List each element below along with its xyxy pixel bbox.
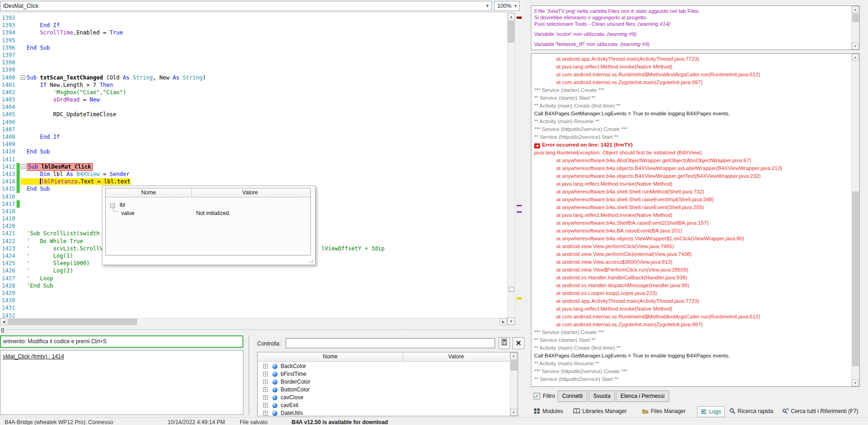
error-marker[interactable]: [517, 17, 522, 19]
log-line[interactable]: at anywheresoftware.b4a.objects.B4XViewW…: [531, 172, 859, 180]
log-line[interactable]: at java.lang.reflect.Method.invoke(Nativ…: [531, 63, 859, 71]
caret-position-marker[interactable]: [517, 297, 522, 300]
log-output-box[interactable]: at android.app.ActivityThread.main(Activ…: [531, 53, 860, 387]
log-line[interactable]: at com.android.internal.os.RuntimeInit$M…: [531, 313, 859, 321]
scrollbar-thumb[interactable]: [8, 319, 137, 325]
code-line[interactable]: 1411: [0, 156, 507, 163]
code-line[interactable]: 1413 Dim lbl As B4XView = Sender: [0, 170, 507, 178]
code-line[interactable]: 1394 ScrollTime.Enabled = True: [0, 29, 507, 36]
log-line[interactable]: at android.app.ActivityThread.main(Activ…: [531, 297, 859, 305]
scroll-up-icon[interactable]: ▲: [852, 54, 859, 61]
code-line[interactable]: 1395: [0, 37, 507, 44]
log-line[interactable]: at anywheresoftware.b4a.shell.Shell.runM…: [531, 188, 859, 196]
expand-icon[interactable]: +: [263, 380, 268, 384]
log-line[interactable]: ** Activity (main) Resume **: [531, 118, 859, 125]
log-line[interactable]: at com.android.internal.os.RuntimeInit$M…: [531, 71, 859, 79]
filter-checkbox[interactable]: ✓: [534, 393, 540, 399]
scrollbar-thumb[interactable]: [852, 14, 859, 22]
expand-icon[interactable]: +: [263, 411, 268, 415]
list-permissions-button[interactable]: Elenca i Permessi: [616, 391, 669, 402]
column-divider[interactable]: [403, 352, 403, 363]
code-line[interactable]: 1429: [0, 289, 507, 297]
code-line[interactable]: 1397: [0, 51, 507, 59]
log-line[interactable]: at java.lang.reflect.Method.invoke(Nativ…: [531, 211, 859, 219]
code-line[interactable]: 1409: [0, 141, 507, 148]
log-line[interactable]: at android.os.Looper.loop(Looper.java:22…: [531, 289, 859, 297]
log-line[interactable]: Call B4XPages.GetManager.LogEvents = Tru…: [531, 352, 859, 360]
log-line[interactable]: ** Activity (main) Create (first time) *…: [531, 102, 859, 110]
code-line[interactable]: 1392: [0, 14, 507, 22]
tab-files-manager[interactable]: Files Manager: [639, 406, 689, 417]
scroll-up-icon[interactable]: ▲: [852, 6, 859, 13]
log-line[interactable]: at android.view.View$PerformClick.run(Vi…: [531, 266, 859, 274]
code-line[interactable]: 1432: [0, 312, 507, 318]
log-line[interactable]: Call B4XPages.GetManager.LogEvents = Tru…: [531, 110, 859, 118]
zoom-dropdown[interactable]: 100% ▼: [494, 1, 520, 11]
scroll-right-icon[interactable]: ▶: [500, 318, 507, 325]
log-line[interactable]: at anywheresoftware.b4a.objects.B4XViewW…: [531, 164, 859, 172]
resize-grip-icon[interactable]: [310, 260, 313, 263]
tab-modules[interactable]: Modules: [531, 406, 566, 417]
expand-icon[interactable]: +: [263, 372, 268, 376]
tab-libraries-manager[interactable]: Libraries Manager: [570, 406, 630, 417]
code-line[interactable]: 1404: [0, 103, 507, 111]
log-line[interactable]: *** Service (starter) Create ***: [531, 86, 859, 94]
tab-cerca-tutti-i-riferimenti-f7[interactable]: Cerca tutti i Riferimenti (F7): [779, 406, 862, 417]
watch-variable-row[interactable]: +cavClose: [258, 394, 518, 402]
watch-variable-row[interactable]: +cavExit: [258, 402, 518, 409]
scrollbar-thumb[interactable]: [508, 21, 514, 42]
warnings-scrollbar[interactable]: ▲ ▼: [851, 6, 859, 50]
code-line[interactable]: 1403 sOrdRead = New: [0, 96, 507, 103]
fold-collapse-icon[interactable]: −: [21, 75, 25, 80]
log-line[interactable]: at anywheresoftware.b4a.BA.raiseEvent(BA…: [531, 227, 859, 235]
scrollbar-thumb[interactable]: [852, 192, 859, 366]
log-line[interactable]: at android.os.Handler.handleCallback(Han…: [531, 274, 859, 282]
editor-vertical-scrollbar[interactable]: ▲ ▼: [507, 12, 515, 325]
log-line[interactable]: java.lang.RuntimeException: Object shoul…: [531, 149, 859, 157]
member-dropdown[interactable]: lDesMat_Click ▼: [0, 1, 492, 11]
panel-splitter[interactable]: [248, 335, 249, 415]
log-line[interactable]: at android.app.ActivityThread.main(Activ…: [531, 55, 859, 63]
code-line[interactable]: 1428'End Sub: [0, 282, 507, 289]
scrollbar-thumb[interactable]: [511, 360, 517, 370]
popup-row-child[interactable]: value: [121, 209, 135, 217]
watch-variable-row[interactable]: +BorderColor: [258, 378, 518, 386]
scroll-down-icon[interactable]: ▼: [510, 409, 517, 416]
code-line[interactable]: 1410End Sub: [0, 148, 507, 155]
code-editor[interactable]: 13921393 End If1394 ScrollTime.Enabled =…: [0, 12, 507, 318]
code-line[interactable]: 1405 RDC_UpdateTimeClose: [0, 111, 507, 118]
code-line[interactable]: 1408 End If: [0, 133, 507, 141]
scroll-left-icon[interactable]: ◀: [0, 318, 7, 325]
log-line[interactable]: at anywheresoftware.b4a.shell.Shell.rais…: [531, 204, 859, 211]
code-line[interactable]: 1412−Sub lblDesMat_Click: [0, 163, 507, 170]
log-line[interactable]: ** Service (starter) Start **: [531, 94, 859, 102]
log-line[interactable]: at anywheresoftware.b4a.AbsObjectWrapper…: [531, 157, 859, 164]
bookmark-marker[interactable]: [517, 211, 522, 213]
log-line[interactable]: at android.view.View.performClick(View.j…: [531, 243, 859, 250]
code-line[interactable]: 1398: [0, 59, 507, 66]
log-error-line[interactable]: ➜Error occurred on line: 1421 (frmTV): [531, 141, 859, 149]
code-line[interactable]: 1414 lblPietanza.Text = lbl.text: [0, 178, 507, 185]
update-available-link[interactable]: B4A v12.50 is available for download: [292, 419, 388, 425]
clear-logs-button[interactable]: Svuota: [589, 391, 615, 402]
evaluate-button[interactable]: [499, 337, 510, 349]
log-line[interactable]: at java.lang.reflect.Method.invoke(Nativ…: [531, 305, 859, 313]
watch-variable-row[interactable]: +DateUtils: [258, 409, 518, 416]
scroll-down-icon[interactable]: ▼: [852, 380, 859, 386]
fold-collapse-icon[interactable]: −: [21, 164, 25, 169]
column-divider[interactable]: [192, 188, 192, 198]
scroll-up-icon[interactable]: ▲: [507, 13, 515, 20]
watch-variable-row[interactable]: +ButtonColor: [258, 386, 518, 394]
log-line[interactable]: at java.lang.reflect.Method.invoke(Nativ…: [531, 180, 859, 188]
scroll-up-icon[interactable]: ▲: [510, 352, 517, 359]
watch-variable-row[interactable]: +bFirstTime: [258, 370, 518, 378]
log-line[interactable]: at anywheresoftware.b4a.shell.Shell.rais…: [531, 196, 859, 204]
code-line[interactable]: 1406: [0, 119, 507, 126]
bookmark-marker[interactable]: [517, 205, 522, 206]
log-line[interactable]: at android.view.View.performClickInterna…: [531, 250, 859, 258]
scroll-down-icon[interactable]: ▼: [852, 43, 859, 50]
code-line[interactable]: 1431: [0, 304, 507, 312]
code-line[interactable]: 1396End Sub: [0, 44, 507, 51]
tab-ricerca-rapida[interactable]: Ricerca rapida: [726, 406, 776, 417]
log-line[interactable]: at android.os.Handler.dispatchMessage(Ha…: [531, 282, 859, 289]
